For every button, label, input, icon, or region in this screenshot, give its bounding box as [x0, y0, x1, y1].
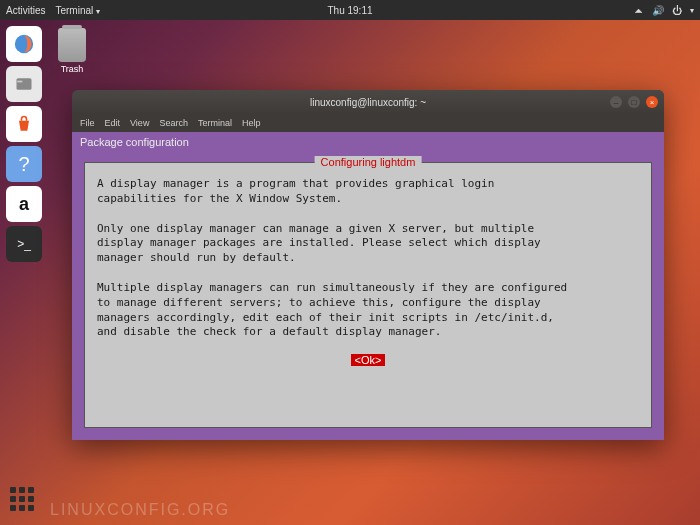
- dialog-title: Configuring lightdm: [315, 156, 422, 168]
- menu-help[interactable]: Help: [242, 118, 261, 128]
- dialog-body-text: A display manager is a program that prov…: [85, 163, 651, 348]
- debconf-dialog: Configuring lightdm A display manager is…: [84, 162, 652, 428]
- activities-button[interactable]: Activities: [6, 5, 45, 16]
- package-config-header: Package configuration: [72, 132, 664, 150]
- power-icon[interactable]: ⏻: [672, 5, 682, 16]
- menu-view[interactable]: View: [130, 118, 149, 128]
- software-launcher-icon[interactable]: [6, 106, 42, 142]
- menu-edit[interactable]: Edit: [105, 118, 121, 128]
- chevron-down-icon: ▾: [690, 6, 694, 15]
- svg-rect-2: [17, 81, 22, 83]
- chevron-down-icon: ▾: [96, 7, 100, 16]
- maximize-button[interactable]: □: [628, 96, 640, 108]
- files-launcher-icon[interactable]: [6, 66, 42, 102]
- terminal-window: linuxconfig@linuxconfig: ~ – □ × File Ed…: [72, 90, 664, 440]
- window-titlebar[interactable]: linuxconfig@linuxconfig: ~ – □ ×: [72, 90, 664, 114]
- volume-icon[interactable]: 🔊: [652, 5, 664, 16]
- minimize-button[interactable]: –: [610, 96, 622, 108]
- amazon-launcher-icon[interactable]: a: [6, 186, 42, 222]
- terminal-launcher-icon[interactable]: >_: [6, 226, 42, 262]
- clock[interactable]: Thu 19:11: [327, 5, 372, 16]
- gnome-topbar: Activities Terminal ▾ Thu 19:11 ⏶ 🔊 ⏻ ▾: [0, 0, 700, 20]
- terminal-content: Package configuration Configuring lightd…: [72, 132, 664, 440]
- dock: ? a >_: [0, 20, 48, 525]
- trash-label: Trash: [58, 64, 86, 74]
- menu-terminal[interactable]: Terminal: [198, 118, 232, 128]
- menu-search[interactable]: Search: [159, 118, 188, 128]
- svg-rect-1: [17, 78, 32, 90]
- close-button[interactable]: ×: [646, 96, 658, 108]
- ok-button[interactable]: <Ok>: [351, 354, 386, 366]
- trash-icon: [58, 28, 86, 62]
- trash-desktop-icon[interactable]: Trash: [58, 28, 86, 74]
- terminal-menubar: File Edit View Search Terminal Help: [72, 114, 664, 132]
- focused-app-menu[interactable]: Terminal ▾: [55, 5, 100, 16]
- menu-file[interactable]: File: [80, 118, 95, 128]
- show-applications-button[interactable]: [10, 487, 38, 515]
- firefox-launcher-icon[interactable]: [6, 26, 42, 62]
- help-launcher-icon[interactable]: ?: [6, 146, 42, 182]
- watermark-text: LINUXCONFIG.ORG: [50, 501, 230, 519]
- network-icon[interactable]: ⏶: [634, 5, 644, 16]
- window-title: linuxconfig@linuxconfig: ~: [310, 97, 426, 108]
